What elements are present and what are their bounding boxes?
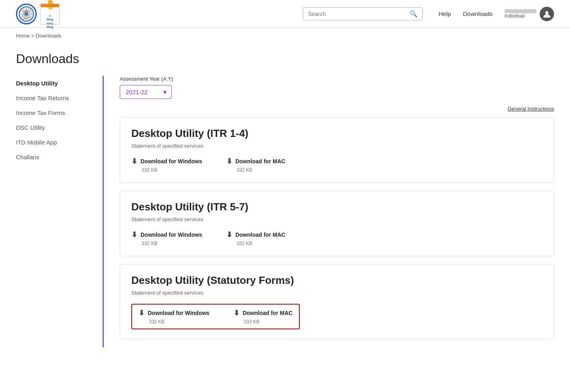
sidebar-item-income-tax-returns[interactable]: Income Tax Returns	[16, 91, 95, 105]
sidebar-item-desktop-utility[interactable]: Desktop Utility	[16, 76, 95, 91]
card-statutory-forms-download-row: ⬇ Download for Windows 332 KB ⬇ Download…	[131, 304, 300, 329]
card-itr-5-7-subtitle: Statement of specified services	[131, 216, 542, 222]
assessment-year-select[interactable]: 2021-22 2020-21 2019-20	[120, 85, 172, 99]
card-statutory-forms-subtitle: Statement of specified services	[131, 290, 542, 296]
breadcrumb-home[interactable]: Home	[16, 33, 30, 39]
sidebar-item-income-tax-forms[interactable]: Income Tax Forms	[16, 105, 95, 120]
user-role-label: Individual	[505, 13, 536, 19]
card-itr-1-4-download-row: ⬇ Download for Windows 332 KB ⬇ Download…	[131, 157, 542, 173]
card-statutory-forms-windows-btn[interactable]: ⬇ Download for Windows	[139, 309, 210, 317]
user-avatar[interactable]	[540, 7, 554, 21]
svg-point-12	[545, 11, 548, 14]
download-icon: ⬇	[226, 157, 232, 166]
sidebar-item-itd-mobile-app[interactable]: ITD Mobile App	[16, 135, 95, 150]
card-statutory-forms-title: Desktop Utility (Statutory Forms)	[131, 274, 542, 287]
breadcrumb-separator: >	[31, 33, 34, 39]
help-link[interactable]: Help	[439, 10, 451, 17]
card-itr-1-4-windows-size: 332 KB	[131, 167, 202, 173]
card-itr-1-4-mac-size: 332 KB	[226, 167, 285, 173]
user-name-placeholder	[505, 9, 536, 13]
download-icon: ⬇	[131, 230, 137, 239]
card-itr-5-7-windows: ⬇ Download for Windows 332 KB	[131, 230, 202, 246]
card-statutory-forms: Desktop Utility (Statutory Forms) Statem…	[120, 264, 554, 339]
card-statutory-forms-windows: ⬇ Download for Windows 332 KB	[139, 309, 210, 325]
svg-rect-10	[24, 18, 29, 19]
download-icon: ⬇	[139, 309, 144, 317]
user-info: Individual	[505, 9, 536, 19]
card-itr-1-4-mac-btn[interactable]: ⬇ Download for MAC	[226, 157, 285, 166]
card-statutory-forms-mac: ⬇ Download for MAC 332 KB	[234, 309, 293, 325]
card-itr-5-7: Desktop Utility (ITR 5-7) Statement of s…	[120, 191, 554, 256]
page-title: Downloads	[16, 51, 554, 66]
card-itr-1-4-windows-btn[interactable]: ⬇ Download for Windows	[131, 157, 202, 166]
general-instructions-wrap: General Instructions	[120, 105, 554, 112]
card-statutory-forms-mac-btn[interactable]: ⬇ Download for MAC	[234, 309, 293, 317]
card-itr-5-7-title: Desktop Utility (ITR 5-7)	[131, 201, 542, 213]
svg-text:🦁: 🦁	[24, 10, 28, 14]
card-itr-5-7-mac-size: 332 KB	[226, 241, 285, 246]
ashoka-logo: 🦁	[16, 4, 37, 24]
download-icon: ⬇	[234, 309, 239, 317]
card-statutory-forms-windows-size: 332 KB	[139, 319, 210, 325]
card-itr-5-7-windows-btn[interactable]: ⬇ Download for Windows	[131, 230, 202, 239]
card-statutory-forms-mac-size: 332 KB	[234, 319, 293, 325]
breadcrumb-current: Downloads	[36, 33, 61, 39]
assessment-year-label: Assessment Year (A.Y)	[120, 76, 554, 82]
header: 🦁 🤚 efilingeasyfiling 🔍 Help Downloads I…	[0, 0, 570, 28]
sidebar: Desktop Utility Income Tax Returns Incom…	[16, 76, 104, 347]
user-area: Individual	[505, 7, 554, 21]
assessment-year-select-wrap[interactable]: 2021-22 2020-21 2019-20 ▼	[120, 85, 172, 99]
card-itr-1-4-title: Desktop Utility (ITR 1-4)	[131, 127, 542, 140]
card-itr-1-4-windows: ⬇ Download for Windows 332 KB	[131, 157, 202, 173]
layout: Desktop Utility Income Tax Returns Incom…	[16, 76, 554, 347]
card-itr-1-4-mac: ⬇ Download for MAC 332 KB	[226, 157, 285, 173]
card-itr-5-7-download-row: ⬇ Download for Windows 332 KB ⬇ Download…	[131, 230, 542, 246]
logo-area: 🦁 🤚 efilingeasyfiling	[16, 3, 60, 25]
download-icon: ⬇	[131, 157, 137, 166]
card-itr-1-4-subtitle: Statement of specified services	[131, 143, 542, 149]
download-icon: ⬇	[226, 230, 232, 239]
breadcrumb: Home > Downloads	[0, 28, 570, 44]
page-content: Downloads Desktop Utility Income Tax Ret…	[0, 44, 570, 363]
card-itr-1-4: Desktop Utility (ITR 1-4) Statement of s…	[120, 117, 554, 183]
card-itr-5-7-mac-btn[interactable]: ⬇ Download for MAC	[226, 230, 285, 239]
main-area: Assessment Year (A.Y) 2021-22 2020-21 20…	[104, 76, 554, 347]
search-icon: 🔍	[410, 10, 418, 18]
downloads-nav-link[interactable]: Downloads	[463, 10, 493, 17]
search-input[interactable]	[308, 11, 410, 17]
search-box[interactable]: 🔍	[303, 7, 423, 20]
sidebar-item-dsc-utility[interactable]: DSC Utility	[16, 120, 95, 135]
sidebar-item-challans[interactable]: Challans	[16, 150, 95, 164]
card-itr-5-7-mac: ⬇ Download for MAC 332 KB	[226, 230, 285, 246]
efiling-logo: 🤚 efilingeasyfiling	[40, 3, 60, 25]
card-itr-5-7-windows-size: 332 KB	[131, 241, 202, 246]
general-instructions-link[interactable]: General Instructions	[508, 106, 554, 112]
